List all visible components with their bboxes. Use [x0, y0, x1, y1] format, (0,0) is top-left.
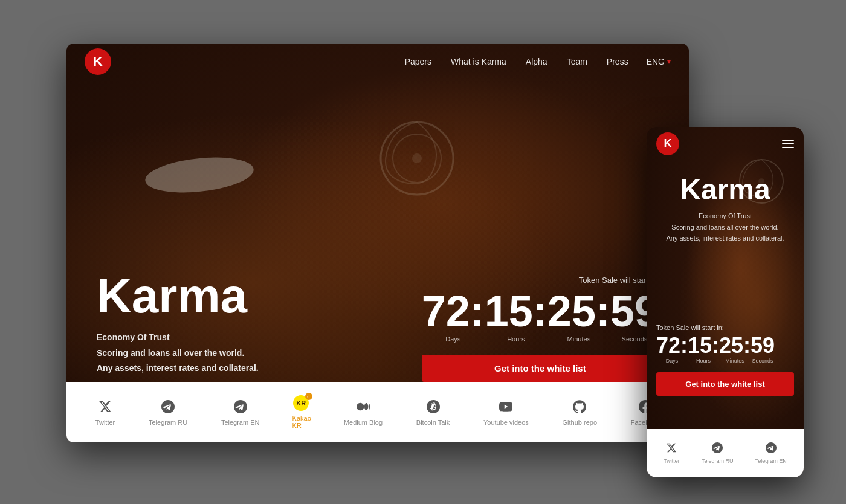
mobile-twitter-label: Twitter: [664, 458, 680, 464]
mobile-hero: Karma Economy Of Trust Scoring and loans…: [656, 175, 794, 244]
timer-minutes-label: Minutes: [547, 335, 610, 343]
mobile-telegram-en-label: Telegram EN: [755, 458, 787, 464]
desktop-hero: Karma Economy Of Trust Scoring and loans…: [97, 272, 259, 376]
social-medium[interactable]: Medium Blog: [344, 398, 383, 426]
mobile-line3: Any assets, interest rates and collatera…: [666, 234, 784, 242]
mobile-countdown-label: Token Sale will start in:: [656, 324, 794, 331]
mobile-countdown: Token Sale will start in: 72: Days 15: H…: [656, 324, 794, 396]
desktop-card: K Papers What is Karma Alpha Team Press …: [66, 44, 689, 442]
desktop-nav: K Papers What is Karma Alpha Team Press …: [66, 44, 689, 80]
desktop-social-bar: Twitter Telegram RU Telegram EN KR !: [66, 382, 689, 442]
nav-papers[interactable]: Papers: [405, 57, 431, 66]
telegram-ru-icon: [160, 398, 176, 415]
hamburger-line3: [782, 147, 794, 148]
mobile-seconds-label: Seconds: [751, 358, 775, 364]
medium-icon: [355, 398, 372, 415]
social-telegram-en[interactable]: Telegram EN: [221, 398, 260, 426]
mobile-line2: Scoring and loans all over the world.: [671, 224, 778, 231]
countdown-label: Token Sale will start in:: [422, 276, 659, 285]
social-github[interactable]: Github repo: [563, 398, 597, 426]
mobile-telegram-en-icon: [766, 442, 777, 456]
hamburger-line2: [782, 143, 794, 144]
bitcoin-label: Bitcoin Talk: [416, 419, 450, 426]
mobile-twitter-icon: [666, 442, 677, 456]
tribal-decoration: [357, 98, 477, 219]
hamburger-menu[interactable]: [782, 140, 794, 148]
mobile-minutes: 25:: [719, 333, 751, 358]
mobile-minutes-segment: 25: Minutes: [719, 335, 751, 364]
desktop-line3: Any assets, interest rates and collatera…: [97, 363, 259, 373]
scene: K Papers What is Karma Alpha Team Press …: [0, 0, 846, 504]
mobile-hero-title: Karma: [656, 175, 794, 204]
timer-hours-segment: 15: Hours: [485, 289, 547, 343]
brushstroke-decoration: [144, 153, 255, 196]
timer-minutes-segment: 25: Minutes: [547, 289, 610, 343]
mobile-hours-segment: 15: Hours: [688, 335, 719, 364]
github-icon: [571, 398, 588, 415]
nav-press[interactable]: Press: [607, 57, 628, 66]
timer-hours: 15:: [485, 287, 547, 335]
timer-hours-label: Hours: [485, 335, 547, 343]
mobile-social-telegram-en[interactable]: Telegram EN: [755, 442, 787, 464]
desktop-hero-title: Karma: [97, 272, 259, 320]
desktop-logo[interactable]: K: [85, 48, 111, 75]
mobile-telegram-ru-icon: [712, 442, 723, 456]
timer-days-segment: 72: Days: [422, 289, 485, 343]
social-twitter[interactable]: Twitter: [95, 398, 115, 426]
mobile-seconds-segment: 59 Seconds: [751, 335, 775, 364]
medium-label: Medium Blog: [344, 419, 383, 426]
social-bitcoin[interactable]: Bitcoin Talk: [416, 398, 450, 426]
twitter-icon: [97, 398, 114, 415]
telegram-en-label: Telegram EN: [221, 419, 260, 426]
mobile-minutes-label: Minutes: [719, 358, 751, 364]
mobile-days-label: Days: [656, 358, 688, 364]
telegram-en-icon: [232, 398, 249, 415]
telegram-ru-label: Telegram RU: [149, 419, 187, 426]
desktop-line2: Scoring and loans all over the world.: [97, 348, 244, 358]
nav-links: Papers What is Karma Alpha Team Press: [405, 57, 628, 66]
mobile-line1: Economy Of Trust: [699, 212, 752, 219]
nav-what-is-karma[interactable]: What is Karma: [451, 57, 506, 66]
social-youtube[interactable]: Youtube videos: [483, 398, 529, 426]
mobile-seconds: 59: [751, 333, 775, 358]
mobile-hours: 15:: [688, 333, 719, 358]
bitcoin-icon: [425, 398, 442, 415]
youtube-icon: [497, 398, 514, 415]
mobile-social-telegram-ru[interactable]: Telegram RU: [702, 442, 734, 464]
timer-days: 72:: [422, 287, 485, 335]
youtube-label: Youtube videos: [483, 419, 529, 426]
hamburger-line1: [782, 140, 794, 141]
mobile-hours-label: Hours: [688, 358, 719, 364]
mobile-social-twitter[interactable]: Twitter: [664, 442, 680, 464]
desktop-hero-subtitle: Economy Of Trust Scoring and loans all o…: [97, 330, 259, 376]
timer-minutes: 25:: [547, 287, 610, 335]
desktop-whitelist-button[interactable]: Get into the white list: [422, 355, 659, 382]
social-kakao[interactable]: KR ! Kakao KR: [293, 404, 310, 421]
mobile-timer: 72: Days 15: Hours 25: Minutes 59 Second…: [656, 335, 794, 364]
nav-alpha[interactable]: Alpha: [526, 57, 547, 66]
mobile-hero-subtitle: Economy Of Trust Scoring and loans all o…: [656, 210, 794, 244]
mobile-days: 72:: [656, 333, 688, 358]
svg-text:!: !: [307, 395, 308, 399]
mobile-social-bar: Twitter Telegram RU Telegram EN: [647, 429, 804, 477]
timer-days-label: Days: [422, 335, 485, 343]
mobile-logo[interactable]: K: [656, 132, 679, 155]
mobile-nav: K: [647, 127, 804, 160]
mobile-days-segment: 72: Days: [656, 335, 688, 364]
social-telegram-ru[interactable]: Telegram RU: [149, 398, 187, 426]
mobile-telegram-ru-label: Telegram RU: [702, 458, 734, 464]
github-label: Github repo: [563, 419, 597, 426]
kakao-label: Kakao KR: [292, 415, 311, 429]
desktop-countdown: Token Sale will start in: 72: Days 15: H…: [422, 276, 659, 382]
mobile-card: K Karma Economy Of Trust Scoring and loa…: [647, 127, 804, 477]
language-selector[interactable]: ENG: [647, 57, 671, 66]
kakao-icon: KR !: [293, 395, 310, 411]
mobile-whitelist-button[interactable]: Get into the white list: [656, 372, 794, 396]
nav-team[interactable]: Team: [567, 57, 587, 66]
desktop-line1: Economy Of Trust: [97, 332, 170, 342]
countdown-timer: 72: Days 15: Hours 25: Minutes 59 Second…: [422, 289, 659, 343]
twitter-label: Twitter: [95, 419, 115, 426]
svg-point-2: [412, 153, 422, 163]
